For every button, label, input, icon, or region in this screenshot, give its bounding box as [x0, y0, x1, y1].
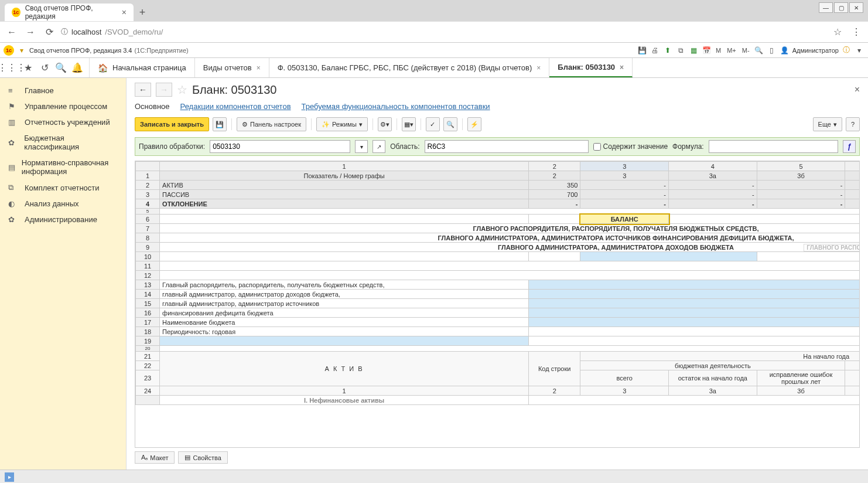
apps-icon[interactable]: ⋮⋮⋮ [5, 61, 19, 75]
status-bar: ▸ [0, 470, 868, 483]
area-label: Область: [390, 142, 419, 151]
selected-cell[interactable]: БАЛАНС [580, 215, 669, 224]
sidebar-item-process[interactable]: ⚑Управление процессом [0, 98, 126, 114]
properties-tab[interactable]: ▤Свойства [178, 451, 227, 464]
history-icon[interactable]: ↺ [37, 61, 52, 75]
info-icon: ⓘ [61, 27, 68, 37]
more-button[interactable]: Еще▾ [813, 117, 842, 131]
pie-icon: ◐ [8, 199, 19, 208]
tab-close-icon[interactable]: × [122, 8, 127, 17]
save-icon[interactable]: 💾 [637, 45, 647, 56]
wand-icon: ✨ [322, 121, 330, 128]
contains-checkbox[interactable] [593, 143, 601, 151]
user-label[interactable]: Администратор [792, 47, 839, 54]
window-icon[interactable]: ▯ [767, 45, 777, 56]
zoom-icon[interactable]: 🔍 [754, 45, 764, 56]
close-icon[interactable]: × [257, 64, 261, 72]
dropdown-icon[interactable]: ▾ [16, 45, 27, 56]
rule-select-button[interactable]: ▾ [355, 140, 368, 153]
m-button[interactable]: M [714, 47, 723, 54]
sidebar-item-admin[interactable]: ✿Администрирование [0, 212, 126, 227]
app-title: Свод отчетов ПРОФ, редакция 3.4 [29, 47, 132, 54]
m-plus-button[interactable]: M+ [725, 47, 738, 54]
nav-tab-home[interactable]: 🏠 Начальная страница [90, 58, 195, 77]
menu-icon[interactable]: ⋮ [849, 25, 863, 39]
platform-label: (1С:Предприятие) [134, 47, 188, 54]
spreadsheet-grid[interactable]: 1 2 3 4 5 6 7 8 1 Показатель / Номер гра… [135, 161, 860, 448]
subtab-redactions[interactable]: Редакции компонентов отчетов [180, 100, 291, 113]
list-icon: ≡ [8, 86, 19, 95]
layout-tab[interactable]: AₐМакет [135, 451, 175, 464]
formula-label: Формула: [672, 142, 704, 151]
doc-icon: ▥ [8, 118, 19, 127]
save-close-button[interactable]: Записать и закрыть [135, 117, 209, 131]
props-icon: ▤ [184, 454, 190, 461]
rule-open-button[interactable]: ↗ [373, 140, 385, 153]
close-icon[interactable]: × [536, 64, 541, 72]
formula-input[interactable] [709, 140, 838, 153]
subtab-required[interactable]: Требуемая функциональность компонентов п… [302, 100, 490, 113]
book-icon: ▤ [8, 163, 16, 172]
maximize-button[interactable]: ▢ [834, 2, 848, 13]
panel-settings-button[interactable]: ⚙Панель настроек [237, 117, 306, 131]
area-input[interactable] [425, 140, 589, 153]
sidebar-item-set[interactable]: ⧉Комплект отчетности [0, 179, 126, 196]
bell-icon[interactable]: 🔔 [70, 61, 84, 75]
copy-icon[interactable]: ⧉ [675, 45, 686, 56]
sidebar-item-analysis[interactable]: ◐Анализ данных [0, 196, 126, 212]
minimize-button[interactable]: — [819, 2, 833, 13]
grid-icon[interactable]: ▦ [688, 45, 699, 56]
window-controls: — ▢ ✕ [819, 2, 863, 13]
tool4-button[interactable]: 🔍 [443, 117, 457, 131]
star-icon[interactable]: ☆ [831, 25, 845, 39]
sidebar-item-reference[interactable]: ▤Нормативно-справочная информация [0, 155, 126, 179]
rule-input[interactable] [210, 140, 350, 153]
gear-icon: ✿ [8, 215, 19, 224]
upload-icon[interactable]: ⬆ [662, 45, 673, 56]
browser-tab-title: Свод отчетов ПРОФ, редакция [25, 4, 117, 21]
modes-button[interactable]: ✨Режимы▾ [316, 117, 368, 131]
tool1-button[interactable]: ⚙▾ [378, 117, 392, 131]
back-button[interactable]: ← [5, 25, 19, 39]
nav-tab-blank[interactable]: Бланк: 0503130 × [549, 58, 633, 77]
flag-icon: ⚑ [8, 102, 19, 111]
browser-tab[interactable]: 1c Свод отчетов ПРОФ, редакция × [5, 4, 134, 21]
nav-tab-report-types[interactable]: Виды отчетов × [195, 58, 269, 77]
close-window-button[interactable]: ✕ [849, 2, 863, 13]
reload-button[interactable]: ⟳ [42, 25, 56, 39]
address-bar[interactable]: ⓘ localhost/SVOD_demo/ru/ [61, 27, 826, 37]
sidebar-item-reporting[interactable]: ▥Отчетность учреждений [0, 114, 126, 130]
home-icon: 🏠 [98, 63, 108, 73]
url-path: /SVOD_demo/ru/ [105, 28, 163, 36]
tool2-button[interactable]: ▦▾ [402, 117, 416, 131]
sidebar-item-main[interactable]: ≡Главное [0, 83, 126, 98]
back-arrow-button[interactable]: ← [135, 83, 151, 97]
forward-arrow-button[interactable]: → [156, 83, 172, 97]
forward-button[interactable]: → [23, 25, 37, 39]
user-icon: 👤 [780, 45, 790, 56]
favorites-icon[interactable]: ★ [21, 61, 35, 75]
dropdown2-icon[interactable]: ▾ [854, 45, 864, 56]
status-icon[interactable]: ▸ [5, 472, 14, 482]
favorite-star-icon[interactable]: ☆ [177, 83, 187, 97]
stack-icon: ⧉ [8, 183, 19, 192]
new-tab-button[interactable]: + [134, 4, 151, 21]
subtab-main[interactable]: Основное [135, 100, 170, 113]
sidebar-item-budget[interactable]: ✿Бюджетная классификация [0, 130, 126, 155]
tool3-button[interactable]: ✓ [426, 117, 440, 131]
print-icon[interactable]: 🖨 [650, 45, 660, 56]
tool5-button[interactable]: ⚡ [467, 117, 481, 131]
help-button[interactable]: ? [846, 117, 860, 131]
help-icon[interactable]: ⓘ [841, 45, 852, 56]
save-button[interactable]: 💾 [213, 117, 227, 131]
search-icon[interactable]: 🔍 [54, 61, 68, 75]
fx-button[interactable]: ƒ [843, 140, 856, 153]
close-page-button[interactable]: × [855, 84, 860, 95]
m-minus-button[interactable]: M- [740, 47, 751, 54]
close-icon[interactable]: × [620, 63, 624, 72]
settings-icon: ⚙ [242, 121, 248, 128]
calendar-icon[interactable]: 📅 [701, 45, 712, 56]
nav-tab-form[interactable]: Ф. 0503130, Баланс ГРБС, РБС, ПБС (дейст… [269, 58, 550, 77]
contains-label: Содержит значение [603, 142, 668, 151]
layout-icon: Aₐ [141, 454, 148, 461]
